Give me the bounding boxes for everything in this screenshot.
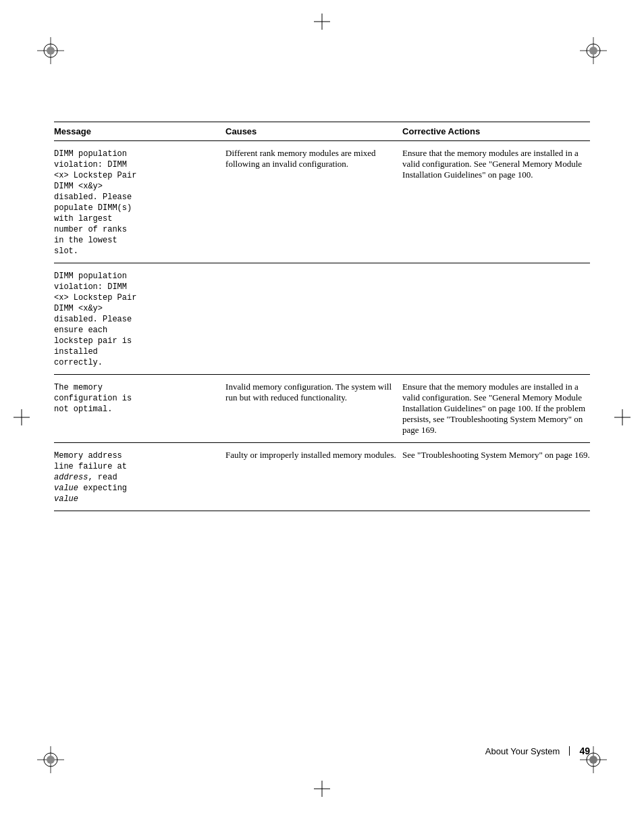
cell-actions-2: [402, 263, 590, 375]
header-causes: Causes: [225, 122, 402, 141]
main-content: Message Causes Corrective Actions DIMM p…: [54, 122, 590, 511]
corner-mark-tl: [37, 37, 64, 64]
cell-actions-3: Ensure that the memory modules are insta…: [402, 375, 590, 443]
footer-divider: [569, 746, 570, 756]
cell-message-1: DIMM populationviolation: DIMM<x> Lockst…: [54, 141, 225, 263]
actions-text-1: Ensure that the memory modules are insta…: [402, 148, 582, 180]
reg-mark-left: [14, 409, 30, 425]
cell-actions-4: See "Troubleshooting System Memory" on p…: [402, 443, 590, 511]
cell-message-4: Memory addressline failure ataddress, re…: [54, 443, 225, 511]
causes-text-3: Invalid memory configuration. The system…: [225, 382, 392, 402]
footer-section: About Your System: [485, 746, 560, 756]
table-row: DIMM populationviolation: DIMM<x> Lockst…: [54, 263, 590, 375]
cell-message-3: The memoryconfiguration isnot optimal.: [54, 375, 225, 443]
corner-mark-tr: [580, 37, 607, 64]
svg-point-7: [589, 47, 597, 55]
footer-page-number: 49: [579, 746, 590, 756]
cell-causes-1: Different rank memory modules are mixed …: [225, 141, 402, 263]
table-row: DIMM populationviolation: DIMM<x> Lockst…: [54, 141, 590, 263]
cell-causes-2: [225, 263, 402, 375]
message-text-2: DIMM populationviolation: DIMM<x> Lockst…: [54, 271, 136, 367]
message-text-4: Memory addressline failure ataddress, re…: [54, 451, 127, 504]
svg-point-11: [47, 756, 55, 764]
message-text-1: DIMM populationviolation: DIMM<x> Lockst…: [54, 149, 136, 256]
actions-text-3: Ensure that the memory modules are insta…: [402, 382, 585, 435]
table-row: Memory addressline failure ataddress, re…: [54, 443, 590, 511]
actions-text-4: See "Troubleshooting System Memory" on p…: [402, 450, 590, 460]
table-header-row: Message Causes Corrective Actions: [54, 122, 590, 141]
reg-mark-right: [614, 409, 630, 425]
svg-point-3: [47, 47, 55, 55]
reg-mark-top: [314, 14, 330, 30]
system-messages-table: Message Causes Corrective Actions DIMM p…: [54, 122, 590, 511]
page-footer: About Your System 49: [54, 746, 590, 756]
cell-actions-1: Ensure that the memory modules are insta…: [402, 141, 590, 263]
page: Message Causes Corrective Actions DIMM p…: [0, 0, 644, 834]
causes-text-4: Faulty or improperly installed memory mo…: [225, 450, 396, 460]
table-wrapper: Message Causes Corrective Actions DIMM p…: [54, 122, 590, 511]
table-row: The memoryconfiguration isnot optimal. I…: [54, 375, 590, 443]
message-text-3: The memoryconfiguration isnot optimal.: [54, 383, 132, 414]
header-actions: Corrective Actions: [402, 122, 590, 141]
cell-causes-3: Invalid memory configuration. The system…: [225, 375, 402, 443]
cell-message-2: DIMM populationviolation: DIMM<x> Lockst…: [54, 263, 225, 375]
reg-mark-bottom: [314, 781, 330, 797]
causes-text-1: Different rank memory modules are mixed …: [225, 148, 376, 169]
cell-causes-4: Faulty or improperly installed memory mo…: [225, 443, 402, 511]
svg-point-15: [589, 756, 597, 764]
footer-content: About Your System 49: [485, 746, 590, 756]
header-message: Message: [54, 122, 225, 141]
